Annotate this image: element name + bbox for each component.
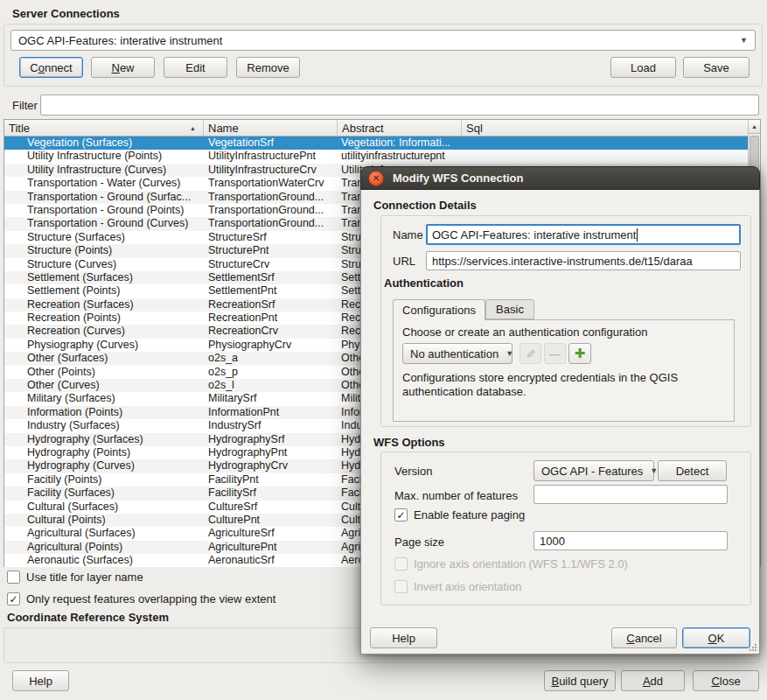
detect-button[interactable]: Detect (658, 460, 727, 481)
new-button[interactable]: New (91, 57, 155, 78)
connection-select-value: OGC API-Features: interative instrument (18, 34, 222, 47)
cell-c1: o2s_a (204, 352, 338, 365)
cell-c1: AeronauticSrf (204, 554, 338, 567)
cell-c0: Agricultural (Points) (4, 541, 204, 554)
cell-c1: FacilitySrf (204, 486, 338, 500)
build-query-button[interactable]: Build query (544, 670, 616, 691)
dialog-titlebar[interactable]: ✕ Modify WFS Connection (360, 166, 760, 190)
cell-c1: InformationPnt (204, 406, 338, 419)
resize-grip[interactable] (750, 644, 757, 651)
remove-auth-button[interactable]: — (544, 343, 566, 364)
cell-c0: Recreation (Curves) (4, 325, 204, 338)
pencil-icon: ✎ (524, 349, 537, 359)
checkbox-box: ✓ (394, 580, 408, 593)
cell-c1: CultureSrf (204, 500, 338, 514)
url-input[interactable]: https://services.interactive-instruments… (426, 251, 741, 270)
add-auth-button[interactable]: ✚ (568, 343, 591, 364)
help-button[interactable]: Help (12, 670, 69, 691)
cell-c1: AgricultureSrf (204, 527, 338, 540)
checkbox-box: ✓ (7, 592, 20, 606)
cell-c1: o2s_p (204, 366, 338, 379)
minus-icon: — (549, 347, 561, 360)
add-button[interactable]: Add (621, 670, 685, 691)
cell-c0: Settlement (Surfaces) (4, 271, 204, 284)
table-row[interactable]: Utility Infrastructure (Points)UtilityIn… (4, 150, 749, 163)
plus-icon: ✚ (575, 346, 586, 361)
cell-c0: Other (Surfaces) (4, 352, 204, 365)
column-header-name[interactable]: Name (204, 120, 338, 136)
cell-c3 (462, 150, 749, 163)
cell-c0: Facility (Surfaces) (4, 486, 204, 500)
cell-c1: IndustrySrf (204, 419, 338, 432)
cell-c0: Transportation - Ground (Points) (4, 204, 204, 217)
auth-tab-panel: Choose or create an authentication confi… (393, 319, 735, 422)
app-window: Server Connections OGC API-Features: int… (0, 0, 767, 700)
cell-c1: StructureSrf (204, 231, 338, 244)
cell-c1: SettlementSrf (204, 271, 338, 284)
cell-c0: Vegetation (Surfaces) (4, 136, 204, 150)
edit-auth-button[interactable]: ✎ (519, 343, 541, 364)
table-row[interactable]: Vegetation (Surfaces)VegetationSrfVegeta… (4, 136, 749, 150)
use-title-label: Use title for layer name (26, 570, 143, 584)
checkbox-box: ✓ (394, 557, 408, 570)
save-button[interactable]: Save (683, 57, 750, 78)
server-connections-heading: Server Connections (12, 7, 120, 20)
cancel-button[interactable]: Cancel (611, 627, 677, 648)
cell-c0: Transportation - Ground (Surfac... (4, 191, 204, 204)
name-label: Name (393, 228, 423, 242)
connection-select[interactable]: OGC API-Features: interative instrument … (10, 30, 756, 51)
load-button[interactable]: Load (610, 57, 676, 78)
page-size-label: Page size (394, 536, 444, 549)
dialog-help-button[interactable]: Help (370, 627, 437, 648)
cell-c1: TransportationGround... (204, 204, 338, 217)
chevron-down-icon: ▼ (499, 349, 513, 358)
column-header-title[interactable]: Title ▲ (4, 120, 204, 136)
cell-c0: Utility Infrastructure (Curves) (4, 164, 204, 177)
cell-c1: FacilityPnt (204, 473, 338, 486)
auth-config-select[interactable]: No authentication ▼ (402, 343, 512, 364)
cell-c1: HydrographyCrv (204, 459, 338, 472)
cell-c1: VegetationSrf (204, 136, 338, 150)
cell-c0: Physiography (Curves) (4, 339, 204, 352)
cell-c1: StructureCrv (204, 258, 338, 271)
cell-c0: Structure (Curves) (4, 258, 204, 271)
close-icon[interactable]: ✕ (368, 171, 384, 186)
scroll-up-icon[interactable]: ▲ (749, 120, 760, 134)
cell-c1: CulturePnt (204, 514, 338, 527)
cell-c0: Structure (Surfaces) (4, 231, 204, 244)
page-size-input[interactable]: 1000 (533, 531, 728, 550)
cell-c2: utilityinfrastructurepnt (338, 150, 462, 163)
tab-basic[interactable]: Basic (485, 299, 534, 319)
cell-c1: TransportationGround... (204, 191, 338, 204)
name-input[interactable]: OGC API-Features: interative instrument (426, 224, 741, 245)
edit-button[interactable]: Edit (164, 57, 227, 78)
overlap-extent-label: Only request features overlapping the vi… (26, 592, 275, 606)
column-header-sql[interactable]: Sql (462, 120, 749, 136)
chevron-down-icon: ▼ (643, 466, 658, 475)
cell-c0: Cultural (Points) (4, 514, 204, 527)
choose-auth-label: Choose or create an authentication confi… (402, 326, 647, 339)
overlap-extent-checkbox[interactable]: ✓ Only request features overlapping the … (7, 592, 275, 606)
cell-c0: Hydrography (Surfaces) (4, 433, 204, 446)
remove-button[interactable]: Remove (236, 57, 300, 78)
cell-c1: StructurePnt (204, 244, 338, 257)
table-header: Title ▲ Name Abstract Sql (4, 120, 749, 136)
filter-input[interactable] (40, 94, 759, 116)
cell-c0: Recreation (Points) (4, 312, 204, 325)
use-title-checkbox[interactable]: ✓ Use title for layer name (7, 570, 143, 584)
ok-button[interactable]: OK (682, 627, 750, 648)
cell-c1: UtilityInfrastructurePnt (204, 150, 338, 163)
connect-button[interactable]: Connect (19, 57, 83, 78)
version-select[interactable]: OGC API - Features ▼ (533, 460, 654, 481)
column-header-abstract[interactable]: Abstract (338, 120, 462, 136)
close-button[interactable]: Close (693, 670, 759, 691)
cell-c1: UtilityInfrastructureCrv (204, 164, 338, 177)
cell-c0: Settlement (Points) (4, 284, 204, 298)
cell-c0: Transportation - Ground (Curves) (4, 217, 204, 230)
cell-c1: HydrographyPnt (204, 446, 338, 459)
cell-c1: MilitarySrf (204, 392, 338, 405)
cell-c0: Other (Points) (4, 366, 204, 379)
tab-configurations[interactable]: Configurations (393, 299, 485, 320)
max-features-input[interactable] (533, 485, 728, 504)
enable-paging-checkbox[interactable]: ✓ Enable feature paging (394, 508, 525, 522)
